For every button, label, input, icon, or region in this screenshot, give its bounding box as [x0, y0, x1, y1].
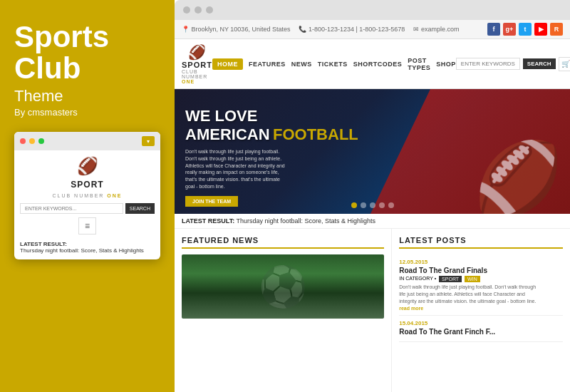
nav-logo-sub: CLUB NUMBER ONE	[182, 69, 212, 84]
rss-icon[interactable]: R	[550, 23, 563, 36]
main-title: Sports Club	[14, 21, 160, 84]
hero-player-silhouette: 🏈	[474, 143, 563, 214]
featured-news-title: FEATURED NEWS	[182, 236, 384, 249]
mini-site-content: 🏈 SPORT CLUB NUMBER ONE SEARCH ≡ LATEST …	[14, 150, 160, 259]
browser-dot-1[interactable]	[183, 6, 190, 14]
address-text: 📍 Brooklyn, NY 10036, United States	[182, 26, 290, 33]
hero-dot-5[interactable]	[388, 202, 394, 208]
main-byline: By cmsmasters	[14, 107, 160, 118]
nav-logo-text: SPORT	[182, 61, 212, 69]
traffic-light-yellow[interactable]	[29, 138, 35, 144]
latest-result-bar: LATEST RESULT: Thursday night football: …	[175, 214, 570, 229]
player-silhouette-icon: ⚽	[259, 264, 308, 310]
traffic-light-green[interactable]	[38, 138, 44, 144]
nav-item-tickets[interactable]: TICKETS	[318, 61, 348, 68]
cart-icon[interactable]: 🛒	[559, 57, 570, 71]
post-1-read-more[interactable]: read more	[399, 306, 563, 311]
nav-search-button[interactable]: SEARCH	[523, 58, 556, 69]
nav-bar: 🏈 SPORT CLUB NUMBER ONE HOME FEATURES NE…	[175, 39, 570, 89]
nav-item-shortcodes[interactable]: SHORTCODES	[353, 61, 403, 68]
post-item-2: 15.04.2015 Road To The Grant Finch F...	[399, 316, 563, 342]
browser-dot-2[interactable]	[195, 6, 202, 14]
site-logo: 🏈 SPORT CLUB NUMBER ONE	[182, 43, 212, 84]
hero-player-graphic: 🏈	[370, 89, 570, 214]
hero-dot-3[interactable]	[370, 202, 375, 208]
email-text: ✉ example.com	[413, 26, 459, 33]
post-1-tag2[interactable]: WIN	[465, 276, 480, 282]
featured-news-image: ⚽	[182, 254, 384, 319]
nav-logo-football-icon: 🏈	[188, 43, 206, 61]
browser-chrome-bar	[175, 0, 570, 20]
hero-line2: AMERICAN	[185, 125, 270, 143]
youtube-icon[interactable]: ▶	[534, 23, 547, 36]
social-icons: f g+ t ▶ R	[487, 23, 563, 36]
nav-search-input[interactable]	[456, 58, 520, 70]
hero-dot-4[interactable]	[379, 202, 385, 208]
post-1-title[interactable]: Road To The Grand Finals	[399, 267, 563, 274]
top-bar: 📍 Brooklyn, NY 10036, United States 📞 1-…	[175, 20, 570, 39]
nav-search: SEARCH 🛒	[456, 57, 570, 71]
mini-search-input[interactable]	[20, 203, 123, 214]
dropdown-arrow[interactable]: ▾	[142, 136, 155, 146]
mini-latest-label: LATEST RESULT:	[20, 241, 155, 247]
mini-search-button[interactable]: SEARCH	[125, 203, 155, 214]
post-1-date: 12.05.2015	[399, 259, 563, 265]
main-browser-window: 📍 Brooklyn, NY 10036, United States 📞 1-…	[175, 0, 570, 392]
nav-item-features[interactable]: FEATURES	[249, 61, 286, 68]
mini-browser-bar: ▾	[14, 132, 160, 150]
traffic-light-red[interactable]	[20, 138, 26, 144]
mini-browser-window: ▾ 🏈 SPORT CLUB NUMBER ONE SEARCH ≡ LATES…	[14, 132, 160, 259]
mini-latest-text: Thursday night football: Score, Stats & …	[20, 247, 155, 254]
facebook-icon[interactable]: f	[487, 23, 500, 36]
mini-latest-result: LATEST RESULT: Thursday night football: …	[20, 241, 155, 254]
featured-news-section: FEATURED NEWS ⚽	[175, 229, 392, 392]
nav-menu: HOME FEATURES NEWS TICKETS SHORTCODES PO…	[212, 57, 456, 71]
twitter-icon[interactable]: t	[519, 23, 532, 36]
top-bar-info: 📍 Brooklyn, NY 10036, United States 📞 1-…	[182, 26, 459, 33]
latest-result-label: LATEST RESULT:	[182, 217, 234, 225]
post-item-1: 12.05.2015 Road To The Grand Finals IN C…	[399, 254, 563, 316]
main-subtitle: Theme	[14, 87, 160, 105]
content-area: FEATURED NEWS ⚽ LATEST POSTS 12.05.2015 …	[175, 229, 570, 392]
site-content: 📍 Brooklyn, NY 10036, United States 📞 1-…	[175, 20, 570, 392]
nav-item-home[interactable]: HOME	[212, 58, 243, 70]
mini-logo-football-icon: 🏈	[77, 156, 98, 176]
browser-dot-3[interactable]	[206, 6, 213, 14]
post-1-excerpt: Don't walk through life just playing foo…	[399, 284, 542, 304]
nav-item-news[interactable]: NEWS	[291, 61, 312, 68]
phone-text: 📞 1-800-123-1234 | 1-800-123-5678	[299, 26, 405, 33]
mini-hamburger-icon[interactable]: ≡	[78, 217, 96, 234]
hero-section: WE LOVE AMERICAN FOOTBALL Don't walk thr…	[175, 89, 570, 214]
hero-text: WE LOVE AMERICAN FOOTBALL Don't walk thr…	[185, 107, 358, 207]
latest-posts-section: LATEST POSTS 12.05.2015 Road To The Gran…	[392, 229, 570, 392]
latest-result-text: Thursday night football: Score, Stats & …	[237, 217, 376, 225]
hero-cta-button[interactable]: JOIN THE TEAM	[185, 196, 238, 207]
mini-logo-text: SPORT	[71, 180, 103, 190]
nav-item-post-types[interactable]: POST TYPES	[408, 57, 430, 71]
post-1-category: IN CATEGORY •	[399, 276, 436, 282]
latest-posts-title: LATEST POSTS	[399, 236, 563, 249]
post-2-date: 15.04.2015	[399, 320, 563, 326]
hero-line3: FOOTBALL	[273, 125, 358, 143]
hero-description: Don't walk through life just playing foo…	[185, 148, 285, 190]
nav-item-shop[interactable]: SHOP	[436, 61, 456, 68]
mini-logo-sub: CLUB NUMBER ONE	[52, 193, 122, 198]
googleplus-icon[interactable]: g+	[503, 23, 516, 36]
post-1-tags: IN CATEGORY • SPORT WIN	[399, 276, 563, 282]
hero-line1: WE LOVE	[185, 107, 358, 125]
left-panel: Sports Club Theme By cmsmasters ▾ 🏈 SPOR…	[0, 0, 175, 392]
mini-search-bar: SEARCH	[20, 203, 155, 214]
post-2-title[interactable]: Road To The Grant Finch F...	[399, 328, 563, 336]
post-1-tag1[interactable]: SPORT	[439, 276, 462, 282]
hero-dot-2[interactable]	[361, 202, 366, 208]
